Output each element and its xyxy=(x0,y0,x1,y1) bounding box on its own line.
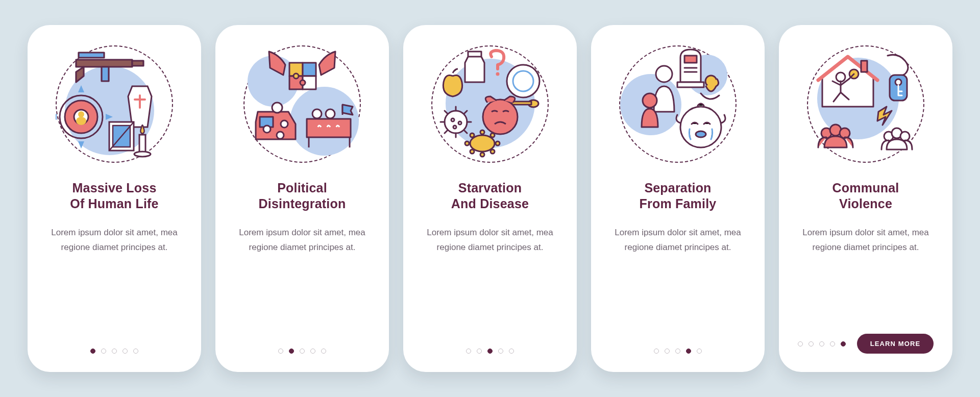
illustration-loss-of-life xyxy=(56,45,173,163)
dot-2[interactable] xyxy=(101,349,106,354)
svg-point-38 xyxy=(483,100,518,134)
card-title: SeparationFrom Family xyxy=(640,180,717,211)
svg-point-34 xyxy=(507,65,540,97)
card-description: Lorem ipsum dolor sit amet, mea regione … xyxy=(611,226,744,255)
dot-2[interactable] xyxy=(665,349,670,354)
svg-point-65 xyxy=(643,93,657,108)
svg-point-7 xyxy=(78,111,84,117)
svg-rect-28 xyxy=(307,119,351,137)
svg-point-52 xyxy=(480,130,484,134)
svg-point-51 xyxy=(470,135,495,152)
dot-4[interactable] xyxy=(122,349,128,354)
svg-point-24 xyxy=(272,103,282,113)
illustration-violence xyxy=(807,45,924,163)
pagination-dots xyxy=(654,349,702,354)
onboarding-card-violence: CommunalViolence Lorem ipsum dolor sit a… xyxy=(779,25,952,372)
svg-point-74 xyxy=(895,79,901,85)
svg-point-57 xyxy=(491,133,495,137)
card-title: StarvationAnd Disease xyxy=(451,180,529,211)
card-description: Lorem ipsum dolor sit amet, mea regione … xyxy=(236,226,369,255)
svg-point-64 xyxy=(656,66,672,82)
svg-point-56 xyxy=(470,133,474,137)
svg-point-58 xyxy=(470,150,474,154)
card-title: PoliticalDisintegration xyxy=(259,180,346,211)
learn-more-button[interactable]: LEARN MORE xyxy=(857,334,934,354)
pagination-dots xyxy=(90,349,138,354)
svg-rect-18 xyxy=(303,63,316,76)
dot-4[interactable] xyxy=(498,349,503,354)
card-description: Lorem ipsum dolor sit amet, mea regione … xyxy=(424,226,556,255)
svg-point-22 xyxy=(300,80,305,85)
svg-rect-0 xyxy=(76,60,132,67)
svg-point-55 xyxy=(496,141,500,145)
card-description: Lorem ipsum dolor sit amet, mea regione … xyxy=(48,226,181,255)
svg-point-68 xyxy=(696,131,706,137)
svg-line-50 xyxy=(464,111,467,114)
svg-point-8 xyxy=(76,117,86,125)
dot-2[interactable] xyxy=(477,349,482,354)
svg-point-25 xyxy=(263,126,271,133)
dot-5[interactable] xyxy=(321,349,326,354)
dot-2[interactable] xyxy=(808,341,814,346)
dot-4[interactable] xyxy=(686,349,691,354)
dot-3[interactable] xyxy=(112,349,117,354)
onboarding-card-political: PoliticalDisintegration Lorem ipsum dolo… xyxy=(215,25,389,372)
dot-1[interactable] xyxy=(654,349,659,354)
dot-5[interactable] xyxy=(509,349,514,354)
dot-5[interactable] xyxy=(133,349,138,354)
svg-rect-37 xyxy=(512,102,531,105)
svg-marker-12 xyxy=(78,141,84,148)
card-description: Lorem ipsum dolor sit amet, mea regione … xyxy=(799,226,932,255)
dot-3[interactable] xyxy=(487,349,493,354)
illustration-svg xyxy=(243,45,361,163)
card-title: CommunalViolence xyxy=(832,180,899,211)
svg-point-53 xyxy=(480,153,484,157)
svg-line-49 xyxy=(445,130,448,133)
svg-point-27 xyxy=(277,132,284,139)
dot-1[interactable] xyxy=(90,349,95,354)
svg-marker-75 xyxy=(877,107,892,125)
svg-point-67 xyxy=(680,107,721,147)
illustration-starvation xyxy=(431,45,549,163)
dot-4[interactable] xyxy=(310,349,315,354)
svg-rect-69 xyxy=(861,61,867,72)
svg-point-32 xyxy=(326,109,335,118)
dot-5[interactable] xyxy=(841,341,846,346)
dot-1[interactable] xyxy=(798,341,803,346)
svg-marker-9 xyxy=(56,114,57,120)
onboarding-card-loss-of-life: Massive LossOf Human Life Lorem ipsum do… xyxy=(28,25,201,372)
dot-3[interactable] xyxy=(300,349,305,354)
pagination-dots xyxy=(798,341,846,346)
dot-1[interactable] xyxy=(466,349,471,354)
dot-3[interactable] xyxy=(675,349,680,354)
illustration-svg xyxy=(431,45,549,163)
svg-point-31 xyxy=(312,109,322,118)
pagination-dots xyxy=(466,349,514,354)
svg-line-48 xyxy=(464,130,467,133)
dot-5[interactable] xyxy=(697,349,702,354)
onboarding-card-starvation: StarvationAnd Disease Lorem ipsum dolor … xyxy=(403,25,577,372)
pagination-dots xyxy=(278,349,326,354)
svg-line-47 xyxy=(445,111,448,114)
illustration-political xyxy=(243,45,361,163)
svg-point-33 xyxy=(496,72,500,76)
svg-rect-1 xyxy=(132,61,143,66)
dot-1[interactable] xyxy=(278,349,283,354)
illustration-svg xyxy=(619,45,737,163)
dot-2[interactable] xyxy=(289,349,294,354)
svg-point-54 xyxy=(465,141,469,145)
svg-rect-3 xyxy=(79,53,104,58)
svg-point-70 xyxy=(836,72,845,82)
svg-marker-10 xyxy=(106,114,113,120)
svg-point-26 xyxy=(281,120,288,128)
card-title: Massive LossOf Human Life xyxy=(70,180,158,211)
svg-point-59 xyxy=(491,150,495,154)
dot-4[interactable] xyxy=(830,341,835,346)
svg-rect-15 xyxy=(139,135,145,153)
dot-3[interactable] xyxy=(819,341,824,346)
illustration-separation xyxy=(619,45,737,163)
svg-marker-11 xyxy=(78,85,84,92)
svg-rect-2 xyxy=(102,67,109,81)
pagination-with-cta: LEARN MORE xyxy=(798,334,934,354)
svg-rect-61 xyxy=(677,82,704,87)
